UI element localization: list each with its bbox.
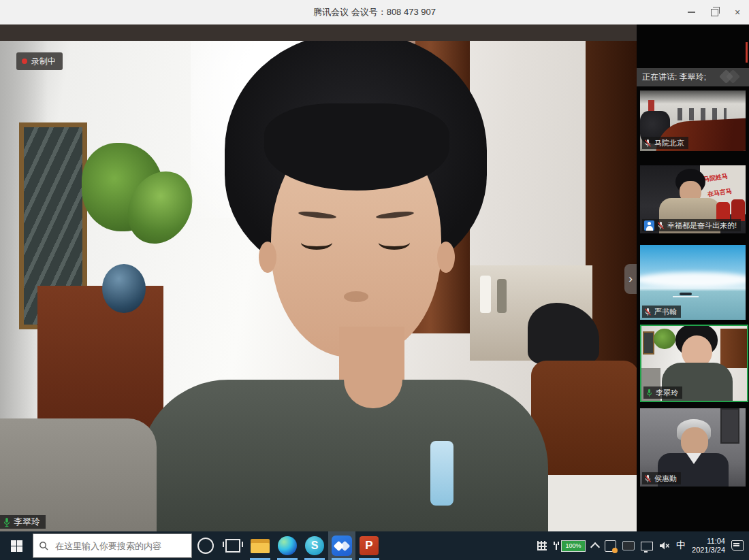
tencent-meeting-window: 腾讯会议 会议号：808 473 907 ×: [0, 0, 749, 560]
scene-ship: [680, 293, 692, 295]
participant-thumbnail-active-speaker[interactable]: 李翠玲: [640, 325, 748, 402]
participant-thumbnail[interactable]: 严书翰: [640, 245, 746, 320]
mic-muted-icon: [644, 308, 652, 316]
scene-ship-wake: [673, 296, 699, 297]
edge-browser-icon: [278, 536, 297, 555]
tray-time: 11:04: [692, 537, 725, 546]
participant-chip: 严书翰: [642, 306, 681, 318]
person-ear-left: [259, 242, 276, 273]
tencent-meeting-icon: [332, 536, 352, 556]
sidebar-scrollbar[interactable]: [746, 42, 748, 63]
task-view-icon: [225, 539, 240, 553]
file-explorer-icon: [251, 539, 270, 553]
participant-thumbnail[interactable]: 侯惠勤: [640, 408, 746, 487]
scene-red-chair: [716, 202, 730, 221]
scene-red-chair: [731, 199, 745, 221]
taskbar-item-powerpoint[interactable]: P: [355, 531, 383, 560]
person-eye-right: [379, 235, 410, 250]
recording-badge: 录制中: [16, 52, 63, 70]
recording-badge-label: 录制中: [31, 56, 56, 67]
participant-name: 马院北京: [654, 137, 684, 148]
taskbar-search[interactable]: [33, 533, 192, 558]
taskbar-item-edge[interactable]: [274, 531, 301, 560]
person-nose-shadow: [344, 291, 368, 302]
participant-name: 严书翰: [654, 306, 677, 317]
scene-clouds: [640, 272, 746, 287]
person-ear-right: [437, 242, 455, 273]
scene-mini-frame: [643, 331, 654, 355]
scene-bottle-white: [480, 276, 491, 313]
participant-chip: 侯惠勤: [642, 472, 681, 484]
scene-elder-face: [681, 427, 708, 456]
main-speaker-name: 李翠玲: [14, 516, 40, 527]
video-letterbox: [0, 24, 637, 41]
sidebar-collapse-handle[interactable]: ›: [624, 264, 637, 294]
speaking-banner: 正在讲话: 李翠玲;: [637, 68, 749, 86]
restore-button[interactable]: [703, 0, 726, 24]
start-button[interactable]: [0, 531, 33, 560]
mic-muted-icon: [644, 139, 652, 148]
person-eye-left: [301, 235, 332, 250]
action-center-icon[interactable]: [731, 540, 744, 551]
person-bangs: [264, 103, 449, 191]
scene-people-row: [678, 108, 727, 120]
main-speaker-video[interactable]: 录制中 李翠玲 ›: [0, 41, 637, 531]
scene-blue-bottle: [430, 441, 453, 506]
restore-icon: [711, 9, 718, 16]
participant-name: 侯惠勤: [654, 473, 677, 484]
scene-mini-cabinet: [720, 329, 747, 368]
cortana-icon: [197, 538, 214, 554]
speaking-banner-text: 正在讲话: 李翠玲;: [642, 71, 706, 83]
display-tray-icon[interactable]: [641, 542, 653, 550]
participant-name: 李翠玲: [656, 387, 678, 398]
close-button[interactable]: ×: [726, 0, 749, 24]
scene-mini-plant: [654, 329, 675, 349]
mic-muted-icon: [644, 474, 652, 483]
scene-glass-vase: [102, 264, 146, 313]
scene-bottle-gray: [497, 279, 507, 313]
avatar-badge-icon: [644, 220, 654, 231]
mic-active-icon: [646, 389, 653, 397]
title-bar: 腾讯会议 会议号：808 473 907 ×: [0, 0, 749, 25]
tray-expand-chevron-icon[interactable]: [590, 542, 600, 551]
window-title: 腾讯会议 会议号：808 473 907: [0, 0, 749, 24]
search-icon: [39, 541, 48, 550]
grid-tray-icon[interactable]: [537, 541, 547, 550]
power-plug-icon: [553, 542, 560, 550]
meeting-body: 录制中 李翠玲 › 正在讲话: 李翠玲;: [0, 24, 749, 531]
taskbar-item-teal-app[interactable]: S: [301, 531, 328, 560]
tray-date: 2021/3/24: [692, 546, 725, 555]
mic-muted-icon: [657, 221, 665, 230]
mic-active-icon: [3, 517, 11, 527]
taskbar-item-file-explorer[interactable]: [246, 531, 274, 560]
main-speaker-chip: 李翠玲: [0, 515, 46, 529]
windows-logo-icon: [11, 540, 22, 552]
muted-speaker-icon[interactable]: [659, 541, 670, 550]
taskbar-item-tencent-meeting[interactable]: [328, 531, 355, 560]
recording-dot-icon: [22, 59, 27, 64]
system-tray: 100% 中 11:04 2021/3/24: [537, 537, 749, 555]
participants-sidebar: 正在讲话: 李翠玲; 马院北京 马院姓马: [637, 24, 749, 531]
card-tray-icon[interactable]: [622, 541, 635, 550]
teal-circle-app-icon: S: [305, 536, 324, 555]
participant-chip: 马院北京: [642, 137, 688, 149]
search-input[interactable]: [54, 540, 186, 552]
battery-indicator: 100%: [561, 540, 586, 552]
taskbar-item-cortana[interactable]: [192, 531, 219, 560]
minimize-icon: [688, 12, 695, 13]
scene-door-frame: [720, 408, 739, 444]
participant-thumbnail[interactable]: 马院姓马 在马言马 幸福都是奋斗出来的!: [640, 165, 746, 233]
minimize-button[interactable]: [680, 0, 703, 24]
taskbar-item-task-view[interactable]: [219, 531, 246, 560]
notification-dot-app-icon[interactable]: [605, 540, 616, 552]
powerpoint-icon: P: [360, 536, 379, 555]
participant-name: 幸福都是奋斗出来的!: [667, 220, 737, 231]
tray-clock[interactable]: 11:04 2021/3/24: [692, 537, 725, 555]
participant-chip: 李翠玲: [643, 386, 682, 399]
participant-thumbnail[interactable]: 马院北京: [640, 90, 746, 151]
person-sweater: [140, 380, 548, 531]
ime-indicator[interactable]: 中: [676, 540, 686, 552]
power-status[interactable]: 100%: [553, 540, 586, 552]
participant-chip: 幸福都是奋斗出来的!: [642, 219, 741, 231]
windows-taskbar: S P 100% 中 11:04 2021/3/24: [0, 531, 749, 560]
